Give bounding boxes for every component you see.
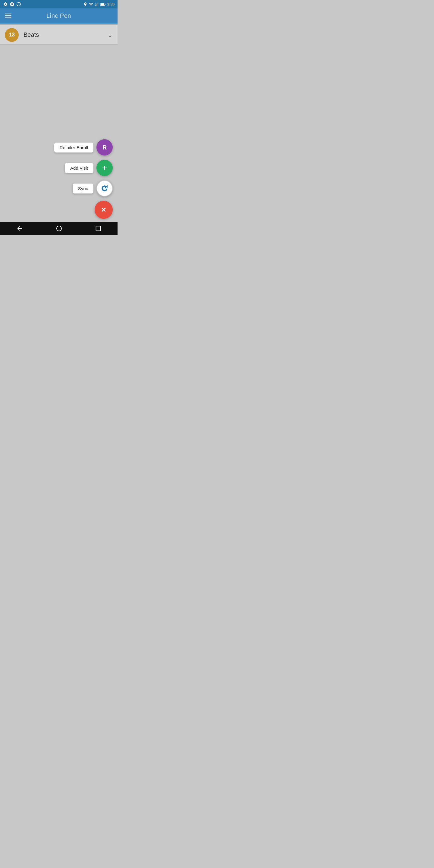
svg-point-8: [57, 226, 62, 231]
app-header: Linc Pen: [0, 8, 118, 24]
svg-rect-3: [97, 4, 97, 6]
add-visit-item: Add Visit: [65, 160, 113, 176]
sync-label[interactable]: Sync: [73, 184, 93, 193]
app-title: Linc Pen: [46, 12, 71, 19]
retailer-enroll-label[interactable]: Retailer Enroll: [54, 143, 93, 153]
location-icon: [83, 2, 87, 6]
status-icons-right: 2:35: [83, 2, 115, 6]
add-visit-button[interactable]: [96, 160, 113, 176]
fab-close-button[interactable]: ×: [95, 201, 113, 219]
svg-rect-4: [98, 3, 98, 6]
chevron-down-icon[interactable]: ⌄: [107, 31, 113, 39]
svg-rect-2: [96, 4, 96, 6]
back-icon: [16, 225, 23, 232]
recent-square-icon: [95, 225, 101, 231]
beats-label: Beats: [24, 31, 107, 38]
beats-badge: 13: [5, 28, 19, 42]
svg-rect-9: [96, 226, 100, 231]
settings-icon: [3, 2, 8, 7]
recent-button[interactable]: [95, 225, 101, 231]
status-icons-left: [3, 2, 21, 7]
loading-icon: [16, 2, 21, 7]
close-icon: ×: [101, 206, 106, 214]
svg-rect-7: [105, 4, 105, 5]
retailer-enroll-button[interactable]: R: [96, 139, 113, 156]
time-display: 2:35: [107, 2, 115, 6]
battery-icon: [100, 2, 106, 6]
status-bar: 2:35: [0, 0, 118, 8]
svg-point-0: [17, 2, 21, 6]
home-button[interactable]: [56, 225, 62, 232]
svg-rect-1: [95, 4, 96, 6]
wifi-icon: [89, 2, 93, 6]
sync-icon: [101, 184, 108, 192]
sync-button[interactable]: [96, 180, 113, 196]
plus-icon: [101, 164, 108, 172]
signal-icon: [95, 2, 99, 6]
back-button[interactable]: [16, 225, 23, 232]
sync-item: Sync: [73, 180, 113, 196]
retailer-enroll-item: Retailer Enroll R: [54, 139, 113, 156]
phoenix-icon: [10, 2, 14, 7]
main-content: 13 Beats ⌄ Retailer Enroll R Add Visit S…: [0, 25, 118, 222]
fab-menu: Retailer Enroll R Add Visit Sync: [54, 139, 113, 219]
svg-rect-6: [101, 3, 104, 5]
beats-row[interactable]: 13 Beats ⌄: [0, 25, 118, 44]
add-visit-label[interactable]: Add Visit: [65, 163, 93, 173]
hamburger-menu-button[interactable]: [5, 13, 11, 19]
fab-close-item: ×: [95, 201, 113, 219]
home-circle-icon: [56, 225, 62, 232]
bottom-nav: [0, 222, 118, 235]
